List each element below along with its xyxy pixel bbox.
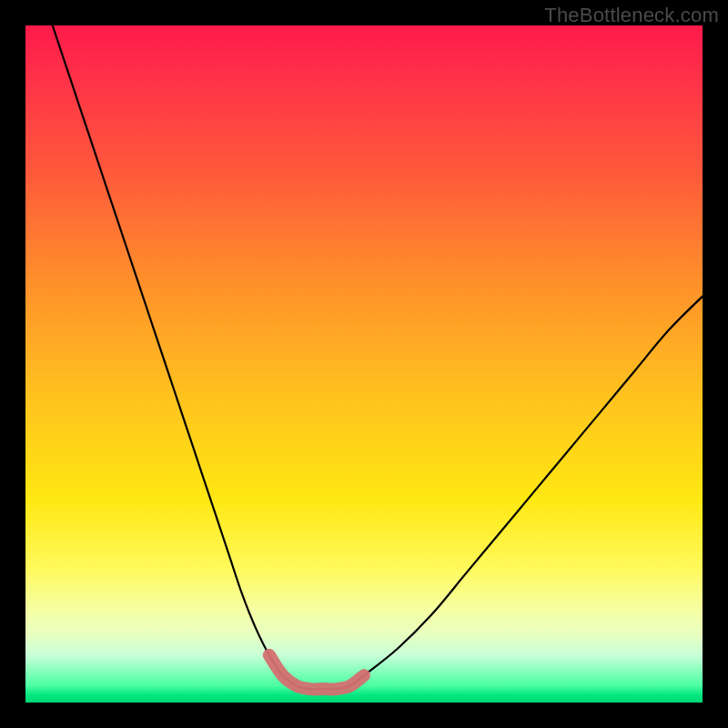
chart-frame: TheBottleneck.com [0, 0, 728, 728]
plot-area [25, 25, 703, 703]
highlighted-minimum-segment [269, 655, 364, 689]
curve-layer [25, 25, 703, 703]
watermark-text: TheBottleneck.com [544, 4, 719, 27]
bottleneck-curve [53, 25, 703, 689]
